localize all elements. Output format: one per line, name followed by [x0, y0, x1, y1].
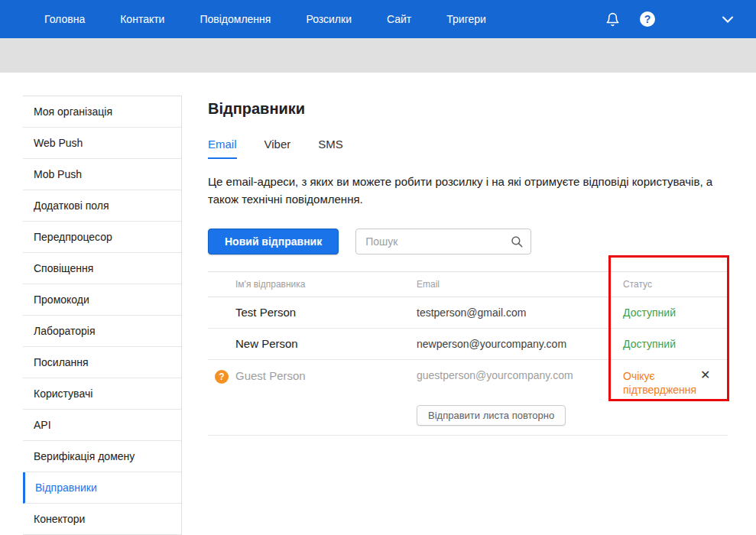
- nav-item-campaigns[interactable]: Розсилки: [288, 0, 369, 38]
- sidebar-item-additional-fields[interactable]: Додаткові поля: [23, 190, 181, 222]
- sender-name: Guest Person: [235, 369, 417, 382]
- sidebar-item-senders[interactable]: Відправники: [23, 472, 181, 504]
- status-badge: Очікує підтвердження: [623, 369, 700, 398]
- subheader-band: [0, 38, 756, 73]
- bell-icon[interactable]: [605, 11, 620, 28]
- table-row[interactable]: Test Person testperson@gmail.com Доступн…: [208, 297, 728, 329]
- sidebar-item-users[interactable]: Користувачі: [23, 378, 181, 410]
- sender-email: guestperson@yourcompany.com: [417, 369, 623, 381]
- row-actions-cell: ✕: [700, 369, 728, 381]
- sidebar-item-connectors[interactable]: Конектори: [23, 504, 181, 535]
- search-box: [355, 229, 531, 255]
- page: Головна Контакти Повідомлення Розсилки С…: [0, 0, 756, 535]
- senders-table: Ім'я відправника Email Статус Test Perso…: [208, 271, 728, 436]
- row-icon-cell: ?: [208, 369, 235, 384]
- nav-menu: Головна Контакти Повідомлення Розсилки С…: [27, 0, 504, 38]
- sender-email: testperson@gmail.com: [417, 306, 623, 319]
- content-area: Моя організація Web Push Mob Push Додатк…: [0, 73, 756, 535]
- sidebar-item-api[interactable]: API: [23, 410, 181, 441]
- help-icon[interactable]: ?: [640, 11, 655, 27]
- tab-sms[interactable]: SMS: [318, 138, 343, 159]
- help-icon-glyph: ?: [640, 11, 655, 27]
- sender-email: newperson@yourcompany.com: [417, 338, 623, 350]
- tabs: Email Viber SMS: [208, 138, 730, 159]
- main-panel: Відправники Email Viber SMS Це email-адр…: [208, 96, 730, 535]
- nav-item-triggers[interactable]: Тригери: [429, 0, 504, 38]
- sidebar: Моя організація Web Push Mob Push Додатк…: [23, 96, 182, 535]
- sidebar-item-preprocessor[interactable]: Передпроцесор: [23, 222, 181, 253]
- table-row[interactable]: ? Guest Person guestperson@yourcompany.c…: [208, 360, 728, 436]
- resend-wrap: Відправити листа повторно: [417, 405, 623, 426]
- sidebar-item-promocodes[interactable]: Промокоди: [23, 284, 181, 316]
- chevron-down-icon[interactable]: [722, 16, 733, 23]
- resend-email-button[interactable]: Відправити листа повторно: [417, 405, 566, 426]
- sender-name: New Person: [235, 337, 417, 350]
- sidebar-item-my-organization[interactable]: Моя організація: [23, 96, 181, 128]
- tab-email[interactable]: Email: [208, 138, 237, 159]
- pending-question-icon: ?: [215, 370, 229, 384]
- nav-item-home[interactable]: Головна: [27, 0, 102, 38]
- top-nav: Головна Контакти Повідомлення Розсилки С…: [0, 0, 756, 38]
- nav-item-messages[interactable]: Повідомлення: [182, 0, 288, 38]
- sidebar-item-notifications[interactable]: Сповіщення: [23, 253, 181, 284]
- sidebar-item-domain-verification[interactable]: Верифікація домену: [23, 441, 181, 472]
- new-sender-button[interactable]: Новий відправник: [208, 229, 339, 255]
- status-badge: Доступний: [623, 338, 700, 350]
- status-badge: Доступний: [623, 306, 700, 319]
- column-header-status: Статус: [623, 279, 700, 290]
- table-header-row: Ім'я відправника Email Статус: [208, 271, 728, 297]
- search-icon[interactable]: [510, 235, 524, 251]
- column-header-email: Email: [417, 279, 623, 290]
- sidebar-item-web-push[interactable]: Web Push: [23, 128, 181, 159]
- column-header-name: Ім'я відправника: [235, 279, 417, 290]
- sidebar-item-links[interactable]: Посилання: [23, 347, 181, 378]
- nav-right-icons: ?: [605, 11, 733, 28]
- nav-item-contacts[interactable]: Контакти: [102, 0, 182, 38]
- description-text: Це email-адреси, з яких ви можете робити…: [208, 173, 730, 209]
- tab-viber[interactable]: Viber: [264, 138, 291, 159]
- table-row[interactable]: New Person newperson@yourcompany.com Дос…: [208, 329, 728, 360]
- close-icon[interactable]: ✕: [700, 368, 710, 381]
- sender-name: Test Person: [235, 306, 417, 319]
- sidebar-item-mob-push[interactable]: Mob Push: [23, 159, 181, 190]
- search-input[interactable]: [355, 229, 531, 255]
- page-title: Відправники: [208, 100, 730, 118]
- nav-item-site[interactable]: Сайт: [369, 0, 429, 38]
- actions-row: Новий відправник: [208, 229, 730, 255]
- sidebar-item-laboratory[interactable]: Лабораторія: [23, 316, 181, 347]
